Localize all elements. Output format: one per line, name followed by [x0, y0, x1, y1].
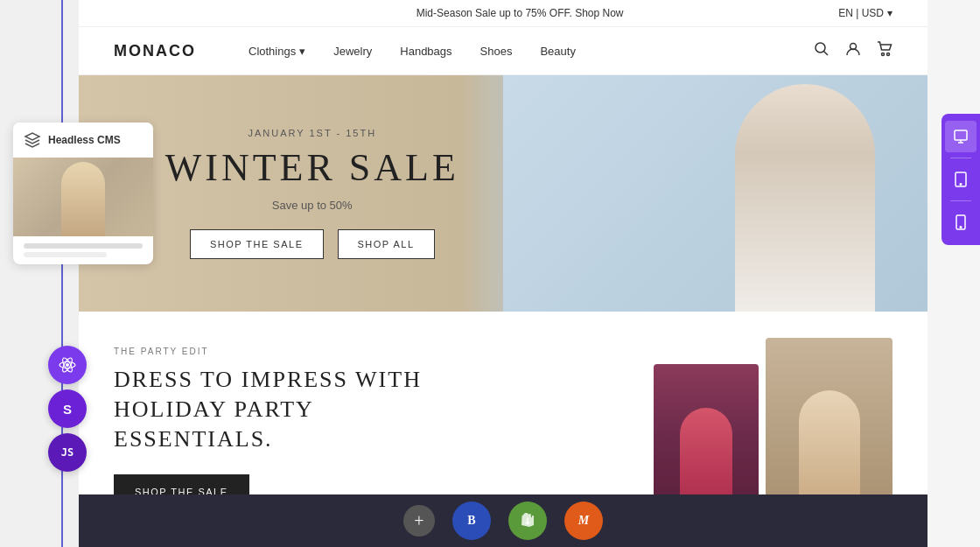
nav-clothings[interactable]: Clothings ▾ — [248, 45, 305, 58]
top-banner: Mid-Season Sale up to 75% OFF. Shop Now … — [79, 0, 928, 27]
hero-title: WINTER SALE — [165, 145, 459, 190]
svg-point-15 — [960, 227, 962, 228]
svg-point-7 — [882, 53, 885, 55]
bigcommerce-icon[interactable]: B — [452, 501, 491, 540]
party-content: THE PARTY EDIT DRESS TO IMPRESS WITH HOL… — [114, 338, 627, 509]
cms-card-lines — [13, 236, 153, 264]
tablet-view-button[interactable] — [945, 164, 976, 195]
tech-panel: S JS — [48, 346, 87, 472]
hero-subtitle: Save up to 50% — [272, 199, 353, 212]
hero-date: JANUARY 1ST - 15TH — [248, 128, 376, 138]
stripe-label: S — [63, 402, 72, 417]
panel-divider-2 — [950, 200, 971, 201]
navigation: MONACO Clothings ▾ Jewelry Handbags Shoe… — [79, 27, 928, 75]
bottom-bar: + B M — [79, 494, 928, 547]
party-image-2 — [766, 338, 892, 513]
site-logo[interactable]: MONACO — [114, 42, 196, 60]
svg-rect-9 — [955, 130, 967, 140]
shopify-icon[interactable] — [508, 501, 547, 540]
svg-point-13 — [960, 184, 962, 186]
nav-links: Clothings ▾ Jewelry Handbags Shoes Beaut… — [248, 45, 814, 58]
party-title: DRESS TO IMPRESS WITH HOLIDAY PARTY ESSE… — [114, 365, 464, 453]
hero-buttons: SHOP THE SALE SHOP ALL — [190, 229, 435, 259]
desktop-view-button[interactable] — [945, 121, 976, 152]
nav-icons — [814, 41, 892, 61]
cms-line-1 — [24, 243, 143, 249]
cms-card-title: Headless CMS — [48, 134, 121, 146]
shop-all-button[interactable]: SHOP ALL — [338, 229, 435, 259]
chevron-down-icon: ▾ — [299, 45, 305, 58]
chevron-down-icon: ▾ — [887, 7, 892, 19]
hero-model-figure — [735, 84, 875, 312]
nav-handbags[interactable]: Handbags — [400, 45, 452, 58]
language-selector[interactable]: EN | USD ▾ — [838, 7, 892, 19]
react-icon[interactable] — [48, 346, 87, 384]
bigcommerce-label: B — [467, 514, 475, 528]
website-preview: Mid-Season Sale up to 75% OFF. Shop Now … — [79, 0, 928, 547]
js-icon[interactable]: JS — [48, 433, 87, 472]
cms-line-2 — [24, 252, 107, 257]
nav-beauty[interactable]: Beauty — [540, 45, 575, 58]
svg-point-8 — [887, 53, 890, 55]
party-image-1 — [654, 364, 759, 513]
svg-point-4 — [816, 43, 825, 53]
cms-card-image — [13, 158, 153, 236]
lang-label: EN | USD — [838, 7, 884, 19]
banner-text: Mid-Season Sale up to 75% OFF. Shop Now — [416, 7, 624, 19]
magento-icon[interactable]: M — [564, 501, 603, 540]
hero-model — [546, 75, 928, 312]
svg-point-0 — [66, 363, 69, 367]
panel-divider-1 — [950, 158, 971, 158]
svg-line-5 — [824, 51, 829, 55]
stripe-icon[interactable]: S — [48, 389, 87, 428]
party-images — [654, 338, 892, 513]
account-icon[interactable] — [845, 41, 861, 61]
cart-icon[interactable] — [877, 41, 892, 61]
cms-card-person — [61, 162, 105, 236]
shop-sale-button[interactable]: SHOP THE SALE — [190, 229, 324, 259]
mobile-view-button[interactable] — [945, 207, 976, 238]
right-panel — [942, 114, 980, 245]
hero-section: JANUARY 1ST - 15TH WINTER SALE Save up t… — [79, 75, 928, 312]
layers-icon — [24, 131, 41, 149]
nav-jewelry[interactable]: Jewelry — [333, 45, 372, 58]
cms-card-header: Headless CMS — [13, 123, 153, 158]
magento-label: M — [578, 514, 589, 528]
nav-shoes[interactable]: Shoes — [480, 45, 513, 58]
js-label: JS — [61, 446, 74, 459]
party-tag: THE PARTY EDIT — [114, 347, 627, 356]
add-platform-button[interactable]: + — [403, 505, 435, 536]
cms-card: Headless CMS — [13, 123, 153, 264]
search-icon[interactable] — [814, 41, 830, 61]
